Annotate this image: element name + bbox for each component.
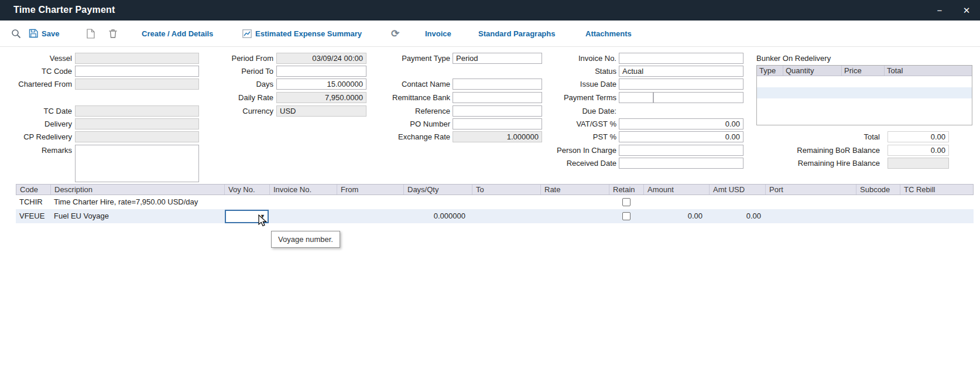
- window-title: Time Charter Payment: [13, 5, 115, 15]
- toolbar: Save Create / Add Details Estimated Expe…: [0, 21, 980, 47]
- payment-terms-label: Payment Terms: [498, 92, 616, 103]
- cell-amt-usd: 0.00: [709, 209, 765, 223]
- col-code[interactable]: Code: [16, 185, 51, 195]
- person-in-charge-label: Person In Charge: [498, 145, 616, 156]
- vat-gst-field[interactable]: 0.00: [619, 118, 743, 129]
- retain-checkbox[interactable]: [622, 212, 631, 220]
- bunker-row-empty[interactable]: [757, 87, 972, 98]
- col-to[interactable]: To: [472, 185, 541, 195]
- bunker-col-quantity: Quantity: [783, 66, 842, 76]
- payment-terms-desc-field[interactable]: [653, 92, 743, 103]
- tc-code-field[interactable]: [75, 66, 199, 77]
- bunker-row-empty[interactable]: [757, 76, 972, 87]
- payment-terms-days-field[interactable]: [619, 92, 653, 103]
- search-icon[interactable]: [11, 29, 21, 39]
- col-days-qty[interactable]: Days/Qty: [404, 185, 472, 195]
- col-rate[interactable]: Rate: [541, 185, 609, 195]
- bunker-total-label: Total: [755, 131, 880, 142]
- invoice-no-label: Invoice No.: [498, 53, 616, 64]
- remaining-bor-balance-value: 0.00: [888, 145, 949, 156]
- due-date-label: Due Date:: [498, 105, 616, 117]
- attachments-button[interactable]: Attachments: [585, 29, 632, 38]
- status-label: Status: [498, 66, 616, 77]
- person-in-charge-field[interactable]: [619, 145, 743, 156]
- period-to-field[interactable]: [276, 66, 366, 77]
- bunker-col-total: Total: [885, 66, 972, 76]
- col-from[interactable]: From: [337, 185, 404, 195]
- cell-voy-no: ▼: [224, 210, 269, 223]
- chartered-from-field[interactable]: [75, 79, 199, 90]
- cell-code: VFEUE: [16, 209, 50, 223]
- issue-date-field[interactable]: [619, 79, 743, 90]
- col-description[interactable]: Description: [51, 185, 225, 195]
- table-row-vfeue[interactable]: VFEUE Fuel EU Voyage ▼ 0.000000 0.00 0.0…: [16, 209, 974, 223]
- cp-redelivery-field[interactable]: [75, 131, 199, 142]
- payment-type-label: Payment Type: [340, 53, 450, 64]
- received-date-field[interactable]: [619, 158, 743, 169]
- invoice-no-field[interactable]: [619, 53, 743, 64]
- col-retain[interactable]: Retain: [609, 185, 644, 195]
- po-number-label: PO Number: [340, 118, 450, 129]
- status-field[interactable]: Actual: [619, 66, 743, 77]
- pst-field[interactable]: 0.00: [619, 131, 743, 142]
- bunker-table: Type Quantity Price Total: [756, 65, 972, 125]
- col-invoice-no[interactable]: Invoice No.: [270, 185, 337, 195]
- tc-date-field[interactable]: [75, 105, 199, 117]
- invoice-button[interactable]: Invoice: [425, 29, 451, 38]
- vessel-field[interactable]: [75, 53, 199, 64]
- remaining-bor-balance-label: Remaining BoR Balance: [755, 145, 880, 156]
- remittance-bank-label: Remittance Bank: [340, 92, 450, 103]
- remarks-label: Remarks: [0, 145, 72, 156]
- cell-retain: [609, 212, 643, 220]
- tc-code-label: TC Code: [0, 66, 72, 77]
- delivery-label: Delivery: [0, 118, 72, 129]
- daily-rate-label: Daily Rate: [187, 92, 273, 103]
- chevron-down-icon[interactable]: ▼: [260, 214, 265, 219]
- cell-days-qty: 0.000000: [403, 209, 472, 223]
- period-to-label: Period To: [187, 66, 273, 77]
- vat-gst-label: VAT/GST %: [498, 118, 616, 129]
- chart-icon: [242, 29, 252, 38]
- delivery-field[interactable]: [75, 118, 199, 129]
- voyage-number-tooltip: Voyage number.: [271, 231, 340, 248]
- refresh-icon[interactable]: ⟳: [391, 28, 399, 40]
- remaining-hire-balance-value: [888, 158, 949, 169]
- save-button[interactable]: Save: [29, 21, 59, 46]
- col-amount[interactable]: Amount: [644, 185, 710, 195]
- delete-trash-icon[interactable]: [109, 29, 117, 38]
- standard-paragraphs-button[interactable]: Standard Paragraphs: [478, 29, 556, 38]
- col-amt-usd[interactable]: Amt USD: [710, 185, 766, 195]
- bunker-on-redelivery-title: Bunker On Redelivery: [756, 53, 885, 64]
- cell-description: Fuel EU Voyage: [50, 209, 224, 223]
- vessel-label: Vessel: [0, 53, 72, 64]
- period-from-label: Period From: [187, 53, 273, 64]
- cp-redelivery-label: CP Redelivery: [0, 131, 72, 142]
- minimize-icon[interactable]: −: [926, 0, 953, 21]
- chartered-from-label: Chartered From: [0, 79, 72, 90]
- create-add-details-button[interactable]: Create / Add Details: [142, 29, 213, 38]
- retain-checkbox[interactable]: [622, 198, 631, 206]
- save-label: Save: [42, 29, 59, 38]
- col-voy-no[interactable]: Voy No.: [225, 185, 270, 195]
- estimated-expense-summary-button[interactable]: Estimated Expense Summary: [242, 21, 362, 46]
- titlebar: Time Charter Payment − ✕: [0, 0, 980, 21]
- remarks-field[interactable]: [75, 145, 199, 182]
- cell-amount: 0.00: [643, 209, 709, 223]
- table-row-tchir[interactable]: TCHIR Time Charter Hire, rate=7,950.00 U…: [16, 195, 974, 209]
- currency-label: Currency: [187, 105, 273, 117]
- bunker-table-header: Type Quantity Price Total: [757, 66, 972, 76]
- copy-document-icon[interactable]: [87, 29, 95, 39]
- col-subcode[interactable]: Subcode: [856, 185, 900, 195]
- voyage-number-dropdown[interactable]: ▼: [225, 210, 269, 223]
- charges-grid-header: Code Description Voy No. Invoice No. Fro…: [16, 184, 974, 195]
- reference-label: Reference: [340, 105, 450, 117]
- charges-grid: Code Description Voy No. Invoice No. Fro…: [16, 184, 974, 223]
- tc-date-label: TC Date: [0, 105, 72, 117]
- col-port[interactable]: Port: [766, 185, 856, 195]
- cell-description: Time Charter Hire, rate=7,950.00 USD/day: [50, 195, 224, 209]
- time-charter-payment-window: Time Charter Payment − ✕ Save: [0, 0, 980, 382]
- close-icon[interactable]: ✕: [953, 0, 980, 21]
- contact-name-label: Contact Name: [340, 79, 450, 90]
- col-tc-rebill[interactable]: TC Rebill: [900, 185, 974, 195]
- exchange-rate-label: Exchange Rate: [340, 131, 450, 142]
